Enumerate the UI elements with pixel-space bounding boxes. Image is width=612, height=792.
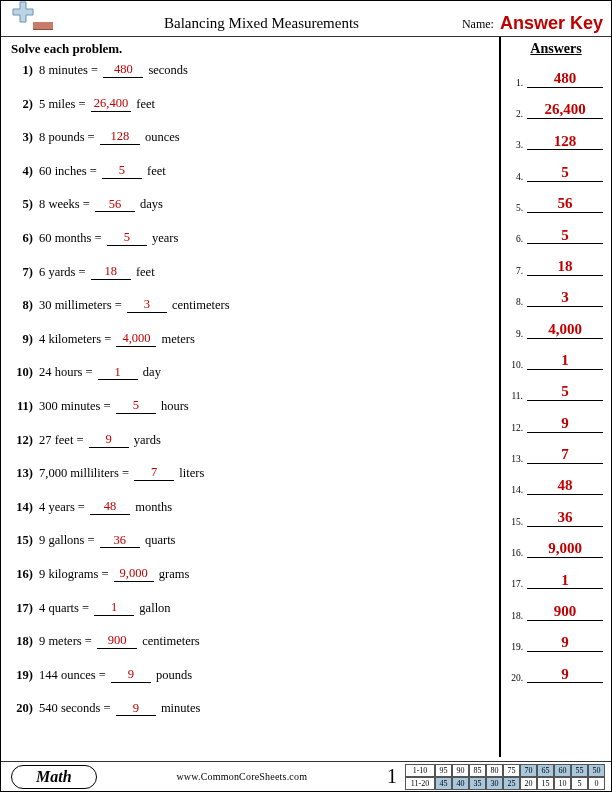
answer-row: 13.7 <box>509 447 603 464</box>
answer-row: 7.18 <box>509 259 603 276</box>
problem-lhs: 9 gallons = <box>39 533 95 548</box>
problem-row: 4)60 inches = 5 feet <box>11 164 493 179</box>
worksheet-footer: Math www.CommonCoreSheets.com 1 1-10 95 … <box>1 761 611 791</box>
answer-number: 18. <box>509 611 523 621</box>
answer-blank: 4,000 <box>116 332 156 347</box>
problem-row: 16)9 kilograms = 9,000 grams <box>11 567 493 582</box>
problem-lhs: 6 yards = <box>39 265 86 280</box>
answer-blank: 5 <box>107 231 147 246</box>
answer-value: 480 <box>527 71 603 88</box>
problem-lhs: 60 months = <box>39 231 102 246</box>
answer-row: 17.1 <box>509 573 603 590</box>
brick-icon <box>33 22 53 30</box>
answer-value: 1 <box>527 573 603 590</box>
problem-number: 9) <box>11 332 33 347</box>
answer-number: 5. <box>509 203 523 213</box>
answer-blank: 9 <box>111 668 151 683</box>
problem-lhs: 8 weeks = <box>39 197 90 212</box>
problem-number: 7) <box>11 265 33 280</box>
answer-blank: 26,400 <box>91 97 131 112</box>
answer-row: 19.9 <box>509 635 603 652</box>
answer-row: 20.9 <box>509 667 603 684</box>
problem-rhs: seconds <box>148 63 188 78</box>
problem-number: 2) <box>11 97 33 112</box>
score-cell: 85 <box>469 764 486 777</box>
problem-lhs: 60 inches = <box>39 164 97 179</box>
problem-rhs: feet <box>136 97 155 112</box>
problem-row: 10)24 hours = 1 day <box>11 365 493 380</box>
answer-number: 15. <box>509 517 523 527</box>
problem-rhs: grams <box>159 567 190 582</box>
name-label: Name: <box>462 17 494 34</box>
answer-blank: 9 <box>116 702 156 717</box>
site-url: www.CommonCoreSheets.com <box>97 771 387 782</box>
answer-number: 12. <box>509 423 523 433</box>
problem-lhs: 30 millimeters = <box>39 298 122 313</box>
answer-value: 1 <box>527 353 603 370</box>
problem-lhs: 300 minutes = <box>39 399 111 414</box>
answer-value: 18 <box>527 259 603 276</box>
score-cell: 45 <box>435 777 452 790</box>
problem-row: 18)9 meters = 900 centimeters <box>11 634 493 649</box>
answer-blank: 5 <box>102 164 142 179</box>
answer-row: 15.36 <box>509 510 603 527</box>
problem-number: 11) <box>11 399 33 414</box>
problem-number: 18) <box>11 634 33 649</box>
problem-lhs: 4 kilometers = <box>39 332 111 347</box>
problem-row: 8)30 millimeters = 3 centimeters <box>11 298 493 313</box>
answer-value: 36 <box>527 510 603 527</box>
answer-blank: 480 <box>103 63 143 78</box>
problem-lhs: 8 pounds = <box>39 130 95 145</box>
answer-blank: 36 <box>100 534 140 549</box>
answer-value: 7 <box>527 447 603 464</box>
problem-rhs: day <box>143 365 161 380</box>
answer-value: 5 <box>527 228 603 245</box>
answer-number: 3. <box>509 140 523 150</box>
problem-row: 13)7,000 milliliters = 7 liters <box>11 466 493 481</box>
answer-blank: 48 <box>90 500 130 515</box>
problem-rhs: centimeters <box>142 634 200 649</box>
problem-row: 1)8 minutes = 480 seconds <box>11 63 493 78</box>
worksheet-header: Balancing Mixed Measurements Name: Answe… <box>1 1 611 37</box>
problem-rhs: feet <box>136 265 155 280</box>
answers-column: Answers 1.480 2.26,400 3.128 4.5 5.56 6.… <box>499 37 611 757</box>
answer-blank: 900 <box>97 634 137 649</box>
answer-number: 17. <box>509 579 523 589</box>
problem-number: 1) <box>11 63 33 78</box>
problem-number: 4) <box>11 164 33 179</box>
problem-row: 19)144 ounces = 9 pounds <box>11 668 493 683</box>
problem-lhs: 5 miles = <box>39 97 86 112</box>
answer-number: 19. <box>509 642 523 652</box>
problem-row: 6)60 months = 5 years <box>11 231 493 246</box>
answer-blank: 9,000 <box>114 567 154 582</box>
subject-pill: Math <box>11 765 97 789</box>
problem-row: 15)9 gallons = 36 quarts <box>11 533 493 548</box>
problem-number: 15) <box>11 533 33 548</box>
problem-lhs: 9 kilograms = <box>39 567 109 582</box>
answer-row: 1.480 <box>509 71 603 88</box>
answer-number: 16. <box>509 548 523 558</box>
score-cell: 70 <box>520 764 537 777</box>
score-row-label: 1-10 <box>405 764 435 777</box>
answer-blank: 18 <box>91 265 131 280</box>
answer-value: 900 <box>527 604 603 621</box>
problem-rhs: pounds <box>156 668 192 683</box>
answer-value: 26,400 <box>527 102 603 119</box>
page-number: 1 <box>387 765 397 788</box>
worksheet-title: Balancing Mixed Measurements <box>61 15 462 34</box>
answer-blank: 128 <box>100 130 140 145</box>
problem-number: 17) <box>11 601 33 616</box>
score-cell: 95 <box>435 764 452 777</box>
answer-value: 9 <box>527 667 603 684</box>
answer-row: 14.48 <box>509 478 603 495</box>
score-cell: 5 <box>571 777 588 790</box>
problem-row: 12)27 feet = 9 yards <box>11 433 493 448</box>
answer-number: 2. <box>509 109 523 119</box>
score-grid: 1-10 95 90 85 80 75 70 65 60 55 50 11-20… <box>405 764 605 790</box>
answer-number: 20. <box>509 673 523 683</box>
problem-row: 20)540 seconds = 9 minutes <box>11 701 493 716</box>
answer-blank: 56 <box>95 198 135 213</box>
answers-heading: Answers <box>509 41 603 57</box>
answer-row: 5.56 <box>509 196 603 213</box>
problem-number: 20) <box>11 701 33 716</box>
